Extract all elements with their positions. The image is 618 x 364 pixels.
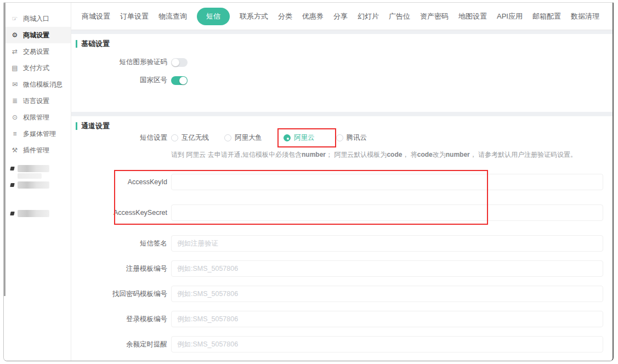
radio-ali-dayu[interactable]: 阿里大鱼 — [224, 133, 262, 143]
radio-dot-icon — [224, 134, 231, 141]
basic-toggle-rows: 短信图形验证码国家区号 — [71, 58, 613, 85]
basic-section-header: 基础设置 — [71, 34, 613, 49]
tab-mall-settings[interactable]: 商城设置 — [82, 12, 110, 21]
tab-share[interactable]: 分享 — [333, 12, 348, 21]
sms-provider-radio-row: 短信设置 互亿无线阿里大鱼阿里云腾讯云 — [71, 133, 613, 143]
access-key-group: AccessKeyIdAccessKeySecret — [71, 174, 613, 221]
find-password-template-no-input[interactable] — [171, 286, 603, 302]
radio-label: 阿里大鱼 — [235, 133, 262, 143]
sidebar: ☞商城入口⚙商城设置⇄交易设置▤支付方式✉微信模板消息≣语言设置⊙权限管理≡多媒… — [4, 3, 71, 361]
sidebar-item-trade-settings[interactable]: ⇄交易设置 — [4, 43, 71, 60]
access-key-id-input[interactable] — [171, 174, 603, 190]
redacted-blur — [18, 165, 49, 172]
sidebar-menu: ☞商城入口⚙商城设置⇄交易设置▤支付方式✉微信模板消息≣语言设置⊙权限管理≡多媒… — [4, 10, 71, 158]
sidebar-item-redacted[interactable] — [9, 210, 49, 217]
tab-asset-password[interactable]: 资产密码 — [420, 12, 449, 21]
tab-map-settings[interactable]: 地图设置 — [458, 12, 487, 21]
radio-huyi-wireless[interactable]: 互亿无线 — [171, 133, 209, 143]
radio-label: 腾讯云 — [347, 133, 367, 143]
tab-api-app[interactable]: API应用 — [497, 12, 523, 21]
sidebar-item-wechat-template-message[interactable]: ✉微信模板消息 — [4, 76, 71, 93]
sidebar-item-redacted[interactable] — [9, 181, 49, 189]
main-area: 商城设置订单设置物流查询短信联系方式分类优惠券分享幻灯片广告位资产密码地图设置A… — [71, 3, 613, 361]
aliyun-help-text: 请到 阿里云 去申请开通,短信模板中必须包含number； 阿里云默认模板为co… — [171, 150, 613, 160]
radio-label: 阿里云 — [294, 133, 315, 143]
redacted-icon — [10, 183, 14, 187]
sidebar-item-label: 多媒体管理 — [23, 129, 56, 139]
sidebar-item-label: 支付方式 — [23, 64, 49, 73]
tab-logistics-query[interactable]: 物流查询 — [158, 12, 187, 21]
section-accent-bar — [76, 40, 77, 48]
tab-slideshow[interactable]: 幻灯片 — [358, 12, 379, 21]
access-key-secret-input[interactable] — [171, 204, 603, 221]
tab-category[interactable]: 分类 — [278, 12, 292, 21]
sidebar-item-label: 微信模板消息 — [23, 80, 63, 89]
sidebar-item-plugin-management[interactable]: ⚒插件管理 — [4, 142, 71, 158]
redacted-label — [18, 210, 49, 217]
other-field-rows: 短信签名注册模板编号找回密码模板编号登录模板编号余额定时提醒 — [71, 235, 613, 352]
help-segment: code — [387, 151, 402, 158]
sidebar-item-label: 商城设置 — [23, 31, 49, 40]
tab-sms[interactable]: 短信 — [197, 8, 230, 25]
redacted-label — [18, 165, 49, 179]
redacted-icon — [10, 212, 14, 215]
sidebar-item-permission-management[interactable]: ⊙权限管理 — [4, 109, 71, 126]
help-segment: code — [417, 151, 433, 158]
field-row-find-password-template-no: 找回密码模板编号 — [71, 286, 613, 302]
radio-group-label: 短信设置 — [71, 133, 167, 143]
tab-email-config[interactable]: 邮箱配置 — [532, 12, 561, 21]
gear-icon: ⚙ — [10, 31, 19, 39]
help-segment: ， 将 — [402, 151, 417, 158]
balance-timed-reminder-input[interactable] — [171, 336, 603, 352]
help-segment: ； 阿里云默认模板为 — [326, 151, 387, 158]
section-gap — [71, 112, 613, 116]
settings-tabbar: 商城设置订单设置物流查询短信联系方式分类优惠券分享幻灯片广告位资产密码地图设置A… — [71, 3, 613, 30]
list-icon: ≡ — [10, 130, 19, 138]
app-window: ☞商城入口⚙商城设置⇄交易设置▤支付方式✉微信模板消息≣语言设置⊙权限管理≡多媒… — [3, 2, 614, 361]
help-segment: number — [302, 151, 326, 158]
country-code-toggle[interactable] — [171, 76, 188, 85]
eye-icon: ⊙ — [10, 113, 19, 121]
field-row-balance-timed-reminder: 余额定时提醒 — [71, 336, 613, 352]
redacted-label — [18, 181, 49, 189]
sidebar-item-label: 商城入口 — [23, 14, 49, 24]
tab-coupon[interactable]: 优惠券 — [302, 12, 324, 21]
field-label: 短信签名 — [71, 239, 167, 248]
channel-settings-section: 通道设置 短信设置 互亿无线阿里大鱼阿里云腾讯云 请到 阿里云 去申请开通,短信… — [71, 116, 613, 361]
redacted-icon — [10, 167, 14, 170]
sidebar-item-label: 插件管理 — [23, 146, 49, 155]
sidebar-item-mall-settings[interactable]: ⚙商城设置 — [4, 27, 71, 43]
radio-aliyun[interactable]: 阿里云 — [284, 133, 315, 143]
sidebar-item-media-management[interactable]: ≡多媒体管理 — [4, 126, 71, 142]
sidebar-item-label: 交易设置 — [23, 47, 49, 56]
radio-dot-icon — [171, 134, 178, 141]
channel-section-header: 通道设置 — [71, 116, 613, 131]
tab-order-settings[interactable]: 订单设置 — [120, 12, 149, 21]
login-template-no-input[interactable] — [171, 311, 603, 327]
plugin-icon: ⚒ — [10, 146, 19, 154]
tab-ad-position[interactable]: 广告位 — [389, 12, 410, 21]
field-label: 登录模板编号 — [71, 315, 167, 324]
content-area: 基础设置 短信图形验证码国家区号 通道设置 短信设置 互亿无线阿里大鱼阿里云腾讯… — [71, 30, 613, 361]
tab-data-cleanup[interactable]: 数据清理 — [571, 12, 599, 21]
sidebar-item-mall-entrance[interactable]: ☞商城入口 — [4, 10, 71, 27]
section-title: 通道设置 — [81, 121, 110, 131]
radio-tencent-cloud[interactable]: 腾讯云 — [336, 133, 367, 143]
help-segment: 请到 阿里云 去申请开通,短信模板中必须包含 — [171, 151, 302, 158]
field-label: 注册模板编号 — [71, 264, 167, 274]
message-bubbles-icon: ✉ — [10, 81, 19, 88]
left-scrollbar[interactable] — [4, 3, 5, 296]
sidebar-item-payment-method[interactable]: ▤支付方式 — [4, 60, 71, 76]
field-row-register-template-no: 注册模板编号 — [71, 260, 613, 277]
field-label: 找回密码模板编号 — [71, 289, 167, 299]
entrance-icon: ☞ — [10, 15, 19, 22]
toggle-knob — [179, 77, 187, 84]
sidebar-item-language-settings[interactable]: ≣语言设置 — [4, 93, 71, 109]
section-title: 基础设置 — [81, 39, 110, 49]
sidebar-item-redacted[interactable] — [9, 165, 49, 179]
register-template-no-input[interactable] — [171, 260, 603, 277]
sms-captcha-toggle[interactable] — [171, 58, 188, 67]
tab-contact[interactable]: 联系方式 — [240, 12, 268, 21]
radio-dot-icon — [284, 134, 291, 141]
sms-signature-input[interactable] — [171, 235, 603, 252]
